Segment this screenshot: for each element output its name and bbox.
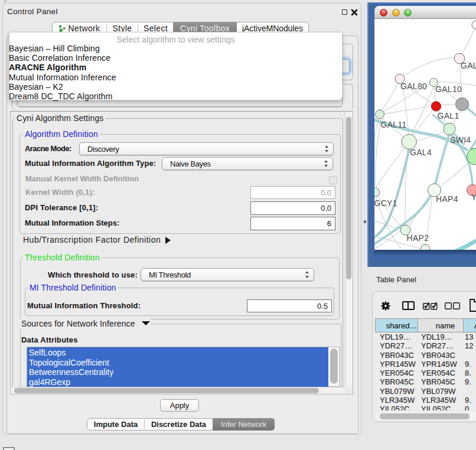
svg-text:GAL10: GAL10 xyxy=(435,84,462,94)
svg-text:GAL80: GAL80 xyxy=(400,81,427,91)
svg-text:HAP2: HAP2 xyxy=(407,233,429,243)
svg-text:HAP4: HAP4 xyxy=(436,194,458,204)
svg-text:SWI4: SWI4 xyxy=(450,135,471,145)
svg-text:GAL11: GAL11 xyxy=(381,120,407,129)
svg-text:GAL2: GAL2 xyxy=(461,61,476,70)
svg-text:GAL1: GAL1 xyxy=(438,111,459,120)
svg-text:GAL4: GAL4 xyxy=(410,148,432,157)
svg-text:GCY1: GCY1 xyxy=(374,198,397,208)
svg-text:YM: YM xyxy=(471,193,476,202)
